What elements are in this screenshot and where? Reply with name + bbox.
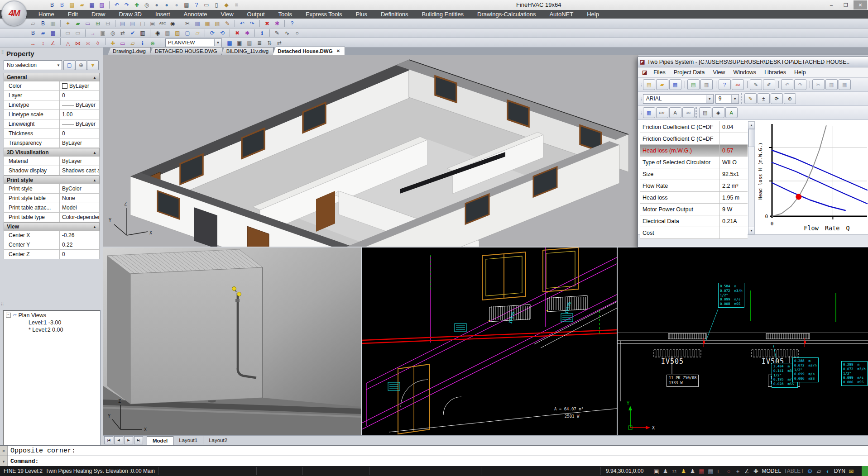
fw-edit-sheet-icon[interactable]: ✎ xyxy=(750,79,762,90)
mark-info-icon[interactable]: ℹ xyxy=(138,39,147,48)
property-row[interactable]: Shadow displayShadows cast a... xyxy=(4,166,100,176)
property-value[interactable]: ByLayer xyxy=(60,138,99,148)
menu-project-data[interactable]: Project Data xyxy=(670,69,709,76)
view-sphere-2-icon[interactable]: ● xyxy=(162,1,171,9)
clean-screen-icon[interactable]: ◐ xyxy=(825,468,831,475)
undo-icon[interactable]: ↶ xyxy=(112,1,121,9)
menu-plus[interactable]: Plus xyxy=(349,11,374,18)
ortho-icon[interactable]: ∟ xyxy=(717,468,723,475)
fw-preview-icon[interactable]: ▥ xyxy=(700,79,713,90)
property-row[interactable]: Layer0 xyxy=(4,91,100,100)
result-table-row[interactable]: Cost xyxy=(640,227,748,239)
annot-visibility-icon[interactable]: ♟ xyxy=(681,468,687,475)
result-table-row[interactable]: Friction Coefficient C (C=DF0.04 xyxy=(640,121,748,133)
dim-h-icon[interactable]: ↔ xyxy=(29,39,38,48)
property-section-header[interactable]: 3D Visualisation▲ xyxy=(4,148,100,157)
result-table-row[interactable]: Motor Power Output9 W xyxy=(640,204,748,215)
chevron-down-icon[interactable]: ▾ xyxy=(0,456,8,466)
eraser-icon[interactable]: ▱ xyxy=(193,29,202,37)
fw-redo-icon[interactable]: ↷ xyxy=(794,79,806,90)
wireframe-axon-viewport[interactable]: IV505 IV505 A = 64.07 m² = 2501 W xyxy=(362,248,617,435)
new-icon[interactable]: ▱ xyxy=(29,19,38,28)
fw-props-icon[interactable]: ▤ xyxy=(699,107,711,118)
property-value[interactable]: None xyxy=(60,194,99,203)
fw-sign-icon[interactable]: ✎ xyxy=(744,93,757,104)
fw-zoom-icon[interactable]: ± xyxy=(758,93,770,104)
layout-tab[interactable]: Layout1 xyxy=(173,436,203,444)
copy-icon[interactable]: ▥ xyxy=(193,19,202,28)
fw-grid-icon[interactable]: ▦ xyxy=(643,107,655,118)
filter-icon[interactable]: ▼ xyxy=(87,60,99,70)
win-grid-icon[interactable]: ▤ xyxy=(245,39,254,47)
print-area-icon[interactable]: ▤ xyxy=(128,19,137,28)
dim-rad-icon[interactable]: ◊ xyxy=(93,39,102,48)
find-icon[interactable]: ◉ xyxy=(168,19,177,28)
tab-icon[interactable]: ⊟ xyxy=(103,19,112,28)
property-section-header[interactable]: Print style▲ xyxy=(4,176,100,184)
layout-nav-button[interactable]: ▶ xyxy=(124,436,133,444)
panel-grip[interactable]: ⁞⁞ xyxy=(1,301,4,306)
doc-list-icon[interactable]: ▤ xyxy=(163,29,172,37)
menu-output[interactable]: Output xyxy=(240,11,272,18)
undo2-icon[interactable]: ↶ xyxy=(238,19,247,28)
tool-palette-icon[interactable]: ✦ xyxy=(63,19,72,28)
property-row[interactable]: Linetype scale1.00 xyxy=(4,110,100,119)
acis-in-icon[interactable]: ▭ xyxy=(63,29,72,37)
dynamic-input-toggle[interactable]: DYN xyxy=(834,468,845,474)
property-row[interactable]: LinetypeByLayer xyxy=(4,100,100,110)
menu-building-entities[interactable]: Building Entities xyxy=(415,11,471,18)
mark-plus-icon[interactable]: ⊕ xyxy=(148,39,157,48)
property-value[interactable]: -0.26 xyxy=(60,231,99,240)
property-value[interactable]: Color-dependen... xyxy=(60,213,99,222)
layout-nav-button[interactable]: |◀ xyxy=(104,436,113,444)
fw-compass-icon[interactable]: ◈ xyxy=(712,107,724,118)
property-value[interactable]: Model xyxy=(60,203,99,212)
property-value[interactable]: ByLayer xyxy=(60,157,99,166)
collapse-icon[interactable]: ▲ xyxy=(93,151,96,155)
property-row[interactable]: Print table attac...Model xyxy=(4,203,100,213)
leftright-icon[interactable]: ⇄ xyxy=(275,39,284,47)
fw-cut-icon[interactable]: ✂ xyxy=(812,79,825,90)
layout-tab[interactable]: Layout2 xyxy=(203,436,233,444)
font-family-dropdown[interactable]: ARIAL ▼ xyxy=(643,94,714,104)
fw-copy-icon[interactable]: ▥ xyxy=(825,79,838,90)
sync1-icon[interactable]: ⟳ xyxy=(208,29,217,37)
layout-nav-button[interactable]: ◀ xyxy=(114,436,123,444)
osnap-icon[interactable]: + xyxy=(735,468,741,475)
zoom-doc-icon[interactable]: ◎ xyxy=(108,29,117,37)
cut-icon[interactable]: ✂ xyxy=(183,19,192,28)
pickadd-icon[interactable]: ⊕ xyxy=(75,60,87,70)
property-row[interactable]: MaterialByLayer xyxy=(4,157,100,166)
opening-tool-icon[interactable]: ▣ xyxy=(235,39,244,47)
circle-tool-icon[interactable]: ○ xyxy=(293,29,302,37)
fw-cad-icon[interactable]: 4M xyxy=(682,107,695,118)
property-row[interactable]: Thickness0 xyxy=(4,129,100,138)
float-window-title-bar[interactable]: ◪ Two Pipes System - [C:\USERS\SUPERUSER… xyxy=(638,57,868,67)
tree-root[interactable]: − ▱ Plan Views xyxy=(3,311,100,319)
command-input-row[interactable]: ▾ Command: xyxy=(0,456,868,466)
two-pipes-system-window[interactable]: ◪ Two Pipes System - [C:\USERS\SUPERUSER… xyxy=(638,57,868,248)
polar-icon[interactable]: ○ xyxy=(726,468,732,475)
property-value[interactable]: 0.22 xyxy=(60,240,99,249)
dim-base-icon[interactable]: ⋈ xyxy=(73,39,82,48)
dim-run-icon[interactable]: △ xyxy=(63,39,72,48)
selection-dropdown[interactable]: No selection ▼ xyxy=(4,60,62,70)
property-value[interactable]: 0 xyxy=(60,129,99,138)
save-as-icon[interactable]: ▧ xyxy=(97,1,106,9)
result-table-row[interactable]: Head loss1.95 m xyxy=(640,192,748,204)
command-history-row[interactable]: ✕ Opposite corner: xyxy=(0,445,868,456)
delete-icon[interactable]: ✖ xyxy=(263,19,272,28)
doc-mag-icon[interactable]: ▢ xyxy=(183,29,192,37)
property-row[interactable]: Print styleByColor xyxy=(4,184,100,194)
grid-icon[interactable]: ▦ xyxy=(708,468,714,475)
redo-icon[interactable]: ↷ xyxy=(122,1,131,9)
bld-doc-icon[interactable]: B xyxy=(38,19,48,28)
scroll-down-icon[interactable]: ▼ xyxy=(748,227,754,234)
property-value[interactable]: ByLayer xyxy=(60,119,99,129)
mark-fol-icon[interactable]: ▱ xyxy=(128,39,137,48)
annot-person-icon[interactable]: ♟ xyxy=(662,468,669,475)
property-section-header[interactable]: General▲ xyxy=(4,73,100,81)
draw-pen-icon[interactable]: ✎ xyxy=(273,29,282,37)
result-table-row[interactable]: Friction Coefficient C (C=DF xyxy=(640,133,748,145)
property-row[interactable]: Print table typeColor-dependen... xyxy=(4,213,100,222)
